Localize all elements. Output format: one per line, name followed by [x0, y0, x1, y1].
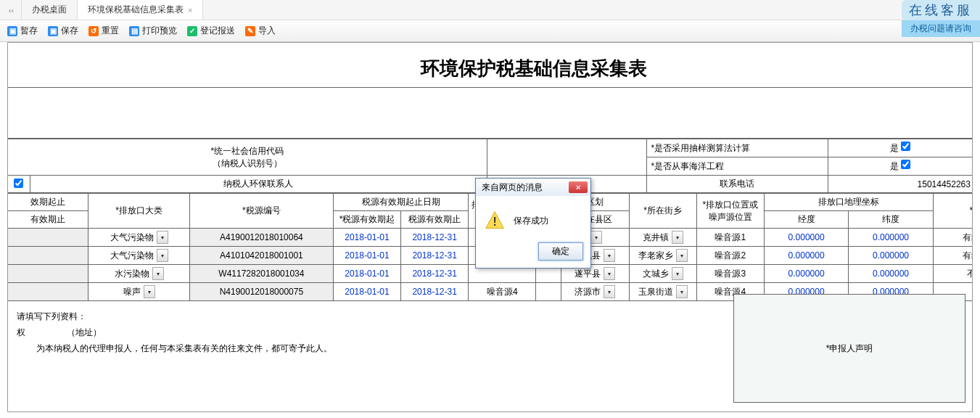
col-tax-source-code: *税源编号 [189, 194, 333, 229]
row-date-start[interactable]: 2018-01-01 [333, 247, 400, 265]
row-location-cell[interactable]: 噪音源3 [696, 265, 764, 283]
row-lng[interactable]: 0.000000 [764, 229, 848, 247]
row-code-cell: N4190012018000075 [189, 283, 333, 301]
customer-service-float[interactable]: 在线客服 办税问题请咨询 [902, 0, 980, 37]
row-period-cell [8, 283, 88, 301]
row-county-cell[interactable]: 济源市▾ [561, 283, 629, 301]
tab-bar: ‹‹ 办税桌面 环境保税基础信息采集表× [0, 0, 980, 20]
sampling-yes-checkbox[interactable] [901, 142, 910, 151]
row-location-cell[interactable]: 噪音源2 [696, 247, 764, 265]
chevron-down-icon[interactable]: ▾ [152, 267, 164, 280]
blank-region [8, 88, 973, 139]
chevron-down-icon[interactable]: ▾ [590, 231, 602, 244]
row-last: 有组织 [933, 247, 973, 265]
row-category-cell[interactable]: 噪声▾ [88, 283, 190, 301]
reset-icon: ↺ [88, 26, 99, 36]
row-last: 有组织 [933, 229, 973, 247]
import-icon: ✎ [245, 26, 255, 36]
sampling-label: *是否采用抽样测算法计算 [646, 139, 828, 157]
row-town-cell[interactable]: 文城乡▾ [629, 265, 696, 283]
row-town-cell[interactable]: 玉泉街道▾ [629, 283, 696, 301]
col-lng: 经度 [764, 211, 848, 229]
row-date-end[interactable]: 2018-12-31 [401, 247, 469, 265]
row-code-cell: A4101042018001001 [189, 247, 333, 265]
chevron-down-icon[interactable]: ▾ [157, 231, 168, 244]
row-category-cell[interactable]: 大气污染物▾ [88, 229, 190, 247]
row-date-end[interactable]: 2018-12-31 [401, 229, 469, 247]
row-category-cell[interactable]: 水污染物▾ [88, 265, 190, 283]
contact-checkbox[interactable] [14, 179, 23, 188]
declaration-box: *申报人声明 [733, 294, 965, 403]
row-date-start[interactable]: 2018-01-01 [333, 283, 400, 301]
row-date-start[interactable]: 2018-01-01 [333, 229, 400, 247]
row-lat[interactable]: 0.000000 [849, 229, 933, 247]
row-source-id[interactable]: 噪音源4 [469, 283, 536, 301]
row-category-cell[interactable]: 大气污染物▾ [88, 247, 190, 265]
toolbar: ▣暂存 ▣保存 ↺重置 ▤打印预览 ✓登记报送 ✎导入 [0, 20, 980, 42]
row-period-cell [8, 229, 88, 247]
dialog-title-text: 来自网页的消息 [482, 181, 543, 194]
row-date-end[interactable]: 2018-12-31 [401, 283, 469, 301]
sampling-yes-cell: 是 [828, 139, 973, 157]
col-period-start: 效期起止 [8, 194, 88, 211]
col-lat: 纬度 [849, 211, 933, 229]
row-town-cell[interactable]: 克井镇▾ [629, 229, 696, 247]
message-dialog: 来自网页的消息 ✕ ! 保存成功 确定 [475, 178, 591, 269]
row-lat[interactable]: 0.000000 [849, 265, 933, 283]
print-icon: ▤ [129, 26, 139, 36]
row-hidden [536, 283, 561, 301]
tabs-scroll-left[interactable]: ‹‹ [1, 0, 22, 20]
contact-check-cell [8, 176, 30, 193]
check-icon: ✓ [187, 26, 197, 36]
chevron-down-icon[interactable]: ▾ [604, 285, 615, 298]
row-lng[interactable]: 0.000000 [764, 265, 848, 283]
col-geo-coord: 排放口地理坐标 [764, 194, 933, 211]
reset-button[interactable]: ↺重置 [88, 25, 119, 37]
row-location-cell[interactable]: 噪音源1 [696, 229, 764, 247]
close-icon[interactable]: × [188, 6, 192, 15]
chevron-down-icon[interactable]: ▾ [676, 285, 688, 298]
cs-title: 在线客服 [902, 0, 980, 20]
row-lng[interactable]: 0.000000 [764, 247, 848, 265]
row-town-cell[interactable]: 李老家乡▾ [629, 247, 696, 265]
col-source-start: *税源有效期起 [333, 211, 400, 229]
warning-icon: ! [485, 210, 505, 231]
row-code-cell: W4117282018001034 [189, 265, 333, 283]
row-date-end[interactable]: 2018-12-31 [401, 265, 469, 283]
tab-env-tax-form[interactable]: 环境保税基础信息采集表× [78, 0, 203, 20]
row-period-cell [8, 247, 88, 265]
tab-desktop[interactable]: 办税桌面 [22, 0, 78, 20]
dialog-ok-button[interactable]: 确定 [538, 242, 583, 261]
dialog-body: ! 保存成功 [476, 196, 590, 238]
row-last: 不外 [933, 265, 973, 283]
row-date-start[interactable]: 2018-01-01 [333, 265, 400, 283]
import-button[interactable]: ✎导入 [245, 25, 276, 37]
svg-text:!: ! [493, 216, 496, 228]
col-period-end: 有效期止 [8, 211, 88, 229]
chevron-down-icon[interactable]: ▾ [157, 249, 168, 262]
dialog-message: 保存成功 [514, 215, 548, 227]
pause-button[interactable]: ▣暂存 [7, 25, 38, 37]
phone-value: 15014452263 [828, 176, 973, 193]
chevron-down-icon[interactable]: ▾ [676, 249, 688, 262]
ocean-yes-checkbox[interactable] [901, 160, 910, 169]
chevron-down-icon[interactable]: ▾ [144, 285, 155, 298]
phone-label: 联系电话 [646, 176, 828, 193]
col-township: *所在街乡 [629, 194, 696, 229]
chevron-down-icon[interactable]: ▾ [604, 267, 615, 280]
col-source-end: 税源有效期止 [401, 211, 469, 229]
dialog-close-button[interactable]: ✕ [569, 181, 588, 193]
dialog-titlebar[interactable]: 来自网页的消息 ✕ [476, 179, 590, 196]
save-button[interactable]: ▣保存 [48, 25, 78, 37]
register-submit-button[interactable]: ✓登记报送 [187, 25, 235, 37]
row-lat[interactable]: 0.000000 [849, 247, 933, 265]
ocean-label: *是否从事海洋工程 [646, 157, 828, 176]
chevron-down-icon[interactable]: ▾ [672, 267, 683, 280]
uscc-value [487, 139, 646, 176]
col-outlet-location: *排放口位置或噪声源位置 [696, 194, 764, 229]
print-preview-button[interactable]: ▤打印预览 [129, 25, 177, 37]
chevron-down-icon[interactable]: ▾ [672, 231, 683, 244]
chevron-down-icon[interactable]: ▾ [604, 249, 615, 262]
page-title: 环境保护税基础信息采集表 [8, 43, 973, 88]
col-outlet-category: *排放口大类 [88, 194, 190, 229]
